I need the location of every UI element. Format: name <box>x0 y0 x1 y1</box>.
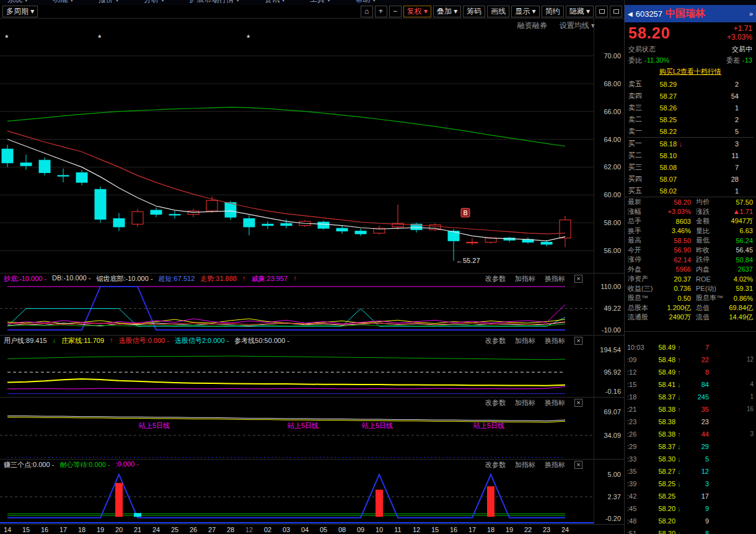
svg-text:*: * <box>247 33 250 43</box>
toolbar-button-隐藏[interactable]: 隐藏 ▾ <box>566 6 594 17</box>
menu-item[interactable]: 扩展市场行情 ▾ <box>189 0 239 5</box>
stat-value: 8603 <box>656 218 691 225</box>
indicator-value: 赚三个点:0.000 - <box>4 460 54 469</box>
stat-value: 56.24 <box>724 237 753 244</box>
date-label: 26 <box>187 526 200 533</box>
stats-row: 外盘5966内盘2637 <box>625 265 756 275</box>
panel-control-换指标[interactable]: 换指标 <box>545 460 565 469</box>
tick-volume: 17 <box>683 492 709 500</box>
menu-item[interactable]: 资讯 ▾ <box>265 0 285 5</box>
date-label: 09 <box>354 526 367 533</box>
main-candlestick-chart[interactable]: ***B←55.27 <box>0 19 625 273</box>
tick-direction-icon: ↓ <box>675 381 683 388</box>
toolbar-button-显示[interactable]: 显示 ▾ <box>511 6 539 17</box>
panel-control-加指标[interactable]: 加指标 <box>515 460 535 469</box>
panel-control-换指标[interactable]: 换指标 <box>545 274 565 283</box>
toolbar-button-筹码[interactable]: 筹码 <box>463 6 485 17</box>
orderbook-price: 58.08 <box>647 164 677 171</box>
date-label: 18 <box>485 526 497 533</box>
restore-window-icon[interactable] <box>596 6 608 17</box>
stat-value: 2490万 <box>656 313 691 322</box>
orderbook-volume: 28 <box>685 176 752 183</box>
stat-value: 3.46% <box>656 227 691 234</box>
date-label: 19 <box>503 526 516 533</box>
stat-value: 57.50 <box>724 198 753 206</box>
indicator-panel-2[interactable] <box>0 346 625 397</box>
indicator-value: :0.000 - <box>116 460 139 469</box>
tick-volume: 9 <box>683 505 709 512</box>
weibi-value: -11.30% <box>644 56 669 64</box>
home-icon[interactable]: ⌂ <box>361 6 373 17</box>
tick-direction-icon: ↓ <box>675 443 683 450</box>
tick-price: 58.20 <box>649 530 675 534</box>
chevron-down-icon: ▾ <box>30 7 34 16</box>
indicator-panel-4[interactable] <box>0 470 625 524</box>
tick-price: 58.38 <box>649 418 675 425</box>
panel-control-改参数[interactable]: 改参数 <box>485 398 506 407</box>
panel-control-改参数[interactable]: 改参数 <box>485 336 506 345</box>
orderbook-level-label: 买三 <box>628 162 647 172</box>
toolbar-button-叠加[interactable]: 叠加 ▾ <box>433 6 461 17</box>
panel-control-换指标[interactable]: 换指标 <box>545 398 565 407</box>
collapse-left-icon[interactable]: ◀ <box>628 11 633 17</box>
close-panel-icon[interactable]: × <box>574 461 582 469</box>
tick-volume: 3 <box>683 480 709 487</box>
tick-volume: 8 <box>683 368 709 376</box>
tick-direction-icon: ↓ <box>675 505 683 512</box>
panel-control-改参数[interactable]: 改参数 <box>485 460 506 469</box>
tick-price: 58.30 <box>649 455 675 463</box>
date-label: 14 <box>1 526 14 533</box>
panel-control-换指标[interactable]: 换指标 <box>545 336 565 345</box>
stat-value: 6.63 <box>724 227 753 234</box>
date-label: 24 <box>150 526 162 533</box>
svg-text:站上5日线: 站上5日线 <box>138 422 170 429</box>
panel4-header: 赚三个点:0.000 -耐心等待:0.000 -:0.000 - 改参数加指标换… <box>0 459 625 470</box>
axis-label: 64.00 <box>594 136 621 143</box>
stats-row: 总手8603金额4947万 <box>625 216 756 226</box>
orderbook-row: 买五58.021 <box>625 185 756 197</box>
tick-list[interactable]: 10:0358.49↑7:0958.48↑2212:1258.49↑8:1558… <box>625 341 756 534</box>
tick-direction-icon: ↓ <box>675 530 683 534</box>
stats-row: 股息™0.50股息率™0.86% <box>625 293 756 303</box>
indicator-panel-3[interactable]: 站上5日线站上5日线站上5日线站上5日线 <box>0 408 625 459</box>
orderbook-row: 卖四58.2754 <box>625 90 756 102</box>
stat-value: 58.50 <box>656 237 691 244</box>
stat-label: 涨跌 <box>691 207 724 216</box>
indicator-value: 选股信号:0.000 - <box>119 336 169 345</box>
menu-item[interactable]: 帮助 ▾ <box>356 0 376 5</box>
toolbar-button-复权[interactable]: 复权 ▾ <box>403 6 431 17</box>
panel4-indicator-values: 赚三个点:0.000 -耐心等待:0.000 -:0.000 - <box>4 460 139 469</box>
panel-control-改参数[interactable]: 改参数 <box>485 274 506 283</box>
svg-text:←55.27: ←55.27 <box>456 257 480 264</box>
stat-value: 62.14 <box>656 256 691 264</box>
date-label: 25 <box>169 526 181 533</box>
stats-row: 流通股2490万流值14.49亿 <box>625 313 756 323</box>
menu-item[interactable]: 分析 ▾ <box>144 0 164 5</box>
toolbar-button-画线[interactable]: 画线 <box>487 6 509 17</box>
menu-item[interactable]: 功能 ▾ <box>53 0 73 5</box>
next-stock-icon[interactable]: » <box>749 10 753 17</box>
panel-control-加指标[interactable]: 加指标 <box>515 398 535 407</box>
zoom-out-icon[interactable]: − <box>389 6 402 17</box>
indicator-value: 参考线50:50.000 - <box>234 336 289 345</box>
period-dropdown-label: 多周期 <box>6 7 29 16</box>
close-panel-icon[interactable]: × <box>574 337 582 345</box>
menu-item[interactable]: 报价 ▾ <box>99 0 119 5</box>
close-panel-icon[interactable]: × <box>574 399 582 407</box>
panel3-controls: 改参数加指标换指标× <box>485 398 621 407</box>
period-dropdown[interactable]: 多周期 ▾ <box>2 6 38 17</box>
close-panel-icon[interactable]: × <box>574 275 582 283</box>
panel-control-加指标[interactable]: 加指标 <box>515 336 535 345</box>
date-label: 04 <box>299 526 311 533</box>
zoom-in-icon[interactable]: + <box>375 6 387 17</box>
menu-item[interactable]: 工具 ▾ <box>310 0 330 5</box>
toolbar-button-简约[interactable]: 简约 <box>542 6 564 17</box>
indicator-panel-1[interactable] <box>0 284 625 334</box>
orderbook-price: 58.10 <box>647 152 677 159</box>
menu-item[interactable]: 系统 ▾ <box>7 0 28 5</box>
fullscreen-icon[interactable] <box>610 6 622 17</box>
l2-link[interactable]: 购买L2查看十档行情 <box>659 68 721 75</box>
panel-control-加指标[interactable]: 加指标 <box>515 274 535 283</box>
date-label: 05 <box>317 526 330 533</box>
orderbook-level-label: 卖五 <box>628 79 647 89</box>
